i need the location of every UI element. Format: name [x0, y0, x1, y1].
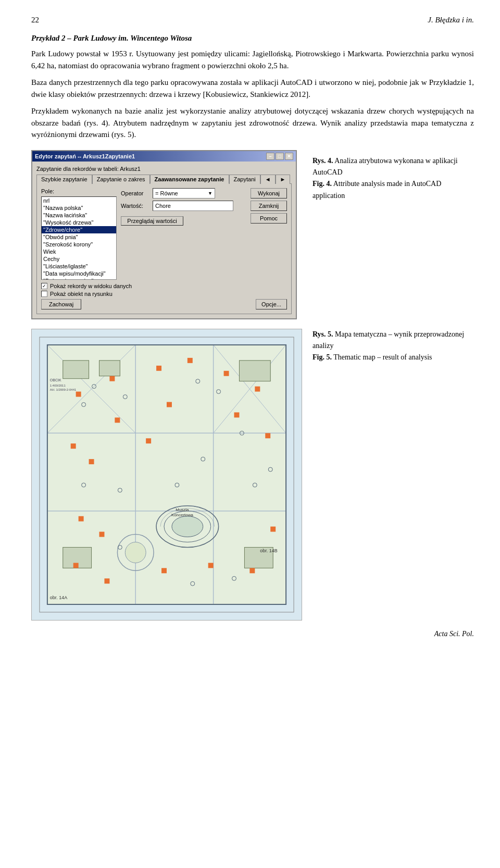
- svg-rect-20: [76, 391, 81, 396]
- svg-rect-30: [167, 402, 172, 407]
- svg-rect-39: [249, 568, 255, 573]
- svg-rect-14: [99, 360, 120, 376]
- help-button[interactable]: Pomoc: [251, 213, 287, 224]
- tab-range[interactable]: Zapytanie o zakres: [92, 175, 150, 184]
- tab-prev[interactable]: ◄: [260, 175, 276, 184]
- dialog-body: Zapytanie dla rekordów w tabeli: Arkusz1…: [32, 162, 296, 318]
- dialog-titlebar: Edytor zapytań -- Arkusz1Zapytanie1 – □ …: [32, 151, 296, 162]
- field-item-obwod[interactable]: "Obwód pnia": [42, 233, 116, 241]
- tab-next[interactable]: ►: [276, 175, 291, 184]
- checkbox-show-records[interactable]: ✓ Pokaż rekordy w widoku danych: [41, 283, 287, 289]
- options-button[interactable]: Opcje...: [256, 299, 287, 309]
- checkbox-icon[interactable]: ✓: [41, 283, 47, 289]
- maximize-button[interactable]: □: [276, 153, 284, 160]
- svg-rect-33: [79, 516, 84, 521]
- svg-rect-13: [63, 360, 89, 378]
- svg-rect-31: [234, 412, 240, 417]
- page-header: 22 J. Błędzka i in.: [31, 16, 474, 24]
- field-item-wiek[interactable]: Wiek: [42, 248, 116, 255]
- journal-name: Acta Sci. Pol.: [434, 630, 474, 638]
- svg-rect-34: [99, 531, 105, 537]
- fig5-label: Fig. 5.: [312, 353, 332, 361]
- value-label: Wartość:: [121, 203, 149, 209]
- rys5-text: Mapa tematyczna – wynik przeprowadzonej …: [312, 330, 464, 350]
- field-item-dokonujacy[interactable]: "Dokonujący wpisu": [42, 277, 116, 280]
- page-number: 22: [31, 16, 39, 24]
- svg-text:Muszla: Muszla: [176, 507, 189, 512]
- tab-quick[interactable]: Szybkie zapytanie: [36, 175, 92, 184]
- tab-advanced[interactable]: Zaawansowane zapytanie: [150, 175, 229, 184]
- checkbox-show-object[interactable]: Pokaż obiekt na rysunku: [41, 291, 287, 297]
- minimize-button[interactable]: –: [266, 153, 274, 160]
- fig4-label: Fig. 4.: [312, 180, 332, 188]
- field-item-cechy[interactable]: Cechy: [42, 255, 116, 263]
- action-buttons: Wykonaj Zamknij Pomoc: [251, 188, 287, 280]
- svg-rect-28: [115, 417, 120, 423]
- operator-combo[interactable]: = Równe ▼: [153, 188, 215, 199]
- svg-text:AH. 1/2009-2-0441: AH. 1/2009-2-0441: [50, 388, 77, 391]
- svg-rect-26: [71, 443, 76, 449]
- dialog-title: Edytor zapytań -- Arkusz1Zapytanie1: [35, 153, 135, 159]
- caption-fig4-block: Rys. 4. Analiza atrybutowa wykonana w ap…: [312, 155, 474, 202]
- field-item-data[interactable]: "Data wpisu/modyfikacji": [42, 270, 116, 277]
- field-listbox[interactable]: nrl "Nazwa polska" "Nazwa łacińska" "Wys…: [41, 196, 117, 280]
- figure5-section: obr. 14A obr. 14B OBCIK 1:400/2011 AH. 1…: [31, 329, 474, 621]
- field-item-nazwa-polska[interactable]: "Nazwa polska": [42, 204, 116, 212]
- close-button[interactable]: ✕: [285, 153, 293, 160]
- svg-text:OBCIK: OBCIK: [50, 378, 61, 381]
- svg-rect-21: [109, 376, 115, 381]
- svg-rect-40: [270, 526, 276, 531]
- close-dialog-button[interactable]: Zamknij: [251, 201, 287, 211]
- svg-rect-23: [188, 357, 193, 363]
- operator-row: Operator = Równe ▼: [121, 188, 242, 199]
- query-editor-dialog: Edytor zapytań -- Arkusz1Zapytanie1 – □ …: [31, 150, 297, 319]
- fig4-text: Attribute analysis made in AutoCAD appli…: [312, 180, 441, 199]
- map-svg: obr. 14A obr. 14B OBCIK 1:400/2011 AH. 1…: [32, 329, 302, 620]
- dialog-bottom-row: Zachowaj Opcje...: [41, 299, 287, 309]
- paragraph-2: Baza danych przestrzennych dla tego park…: [31, 77, 474, 100]
- paragraph-1: Park Ludowy powstał w 1953 r. Usytuowany…: [31, 48, 474, 71]
- tab-saved[interactable]: Zapytani: [229, 175, 260, 184]
- svg-rect-24: [224, 370, 229, 376]
- rys5-label: Rys. 5.: [312, 330, 333, 338]
- operator-value-section: Operator = Równe ▼ Wartość:: [121, 188, 242, 280]
- checkbox-empty-icon[interactable]: [41, 291, 47, 297]
- field-item-nrl[interactable]: nrl: [42, 197, 116, 204]
- figure4-section: Edytor zapytań -- Arkusz1Zapytanie1 – □ …: [31, 150, 474, 319]
- field-item-nazwa-lacinska[interactable]: "Nazwa łacińska": [42, 212, 116, 219]
- combo-arrow-icon: ▼: [208, 191, 213, 196]
- field-item-lisciaste[interactable]: "Liściaste/iglaste": [42, 263, 116, 270]
- caption-fig5-block: Rys. 5. Mapa tematyczna – wynik przeprow…: [312, 329, 474, 364]
- field-label: Pole:: [41, 188, 117, 194]
- svg-text:obr. 14A: obr. 14A: [50, 595, 67, 600]
- operator-label: Operator: [121, 190, 149, 196]
- field-item-zdrowe-chore[interactable]: "Zdrowe/chore": [42, 226, 116, 233]
- checkbox-show-records-label: Pokaż rekordy w widoku danych: [50, 283, 132, 289]
- svg-text:1:400/2011: 1:400/2011: [50, 383, 66, 387]
- execute-button[interactable]: Wykonaj: [251, 188, 287, 199]
- tab-row: Szybkie zapytanie Zapytanie o zakres Zaa…: [36, 174, 292, 184]
- paragraph-3: Przykładem wykonanych na bazie analiz je…: [31, 105, 474, 141]
- browse-values-button[interactable]: Przeglądaj wartości: [121, 216, 183, 226]
- svg-rect-37: [161, 568, 167, 573]
- titlebar-buttons: – □ ✕: [266, 153, 293, 160]
- value-input[interactable]: [153, 201, 233, 211]
- journal-footer: Acta Sci. Pol.: [31, 630, 474, 638]
- field-item-szerokosc[interactable]: "Szerokość korony": [42, 241, 116, 248]
- svg-rect-32: [265, 433, 270, 438]
- svg-rect-38: [208, 563, 214, 568]
- map-image: obr. 14A obr. 14B OBCIK 1:400/2011 AH. 1…: [31, 329, 302, 621]
- svg-text:Koncertowa: Koncertowa: [171, 512, 194, 517]
- svg-point-12: [172, 516, 203, 537]
- tab-content: Pole: nrl "Nazwa polska" "Nazwa łacińska…: [36, 183, 292, 314]
- svg-rect-16: [239, 360, 270, 381]
- field-item-wysokosc[interactable]: "Wysokość drzewa": [42, 219, 116, 226]
- query-label: Zapytanie dla rekordów w tabeli: Arkusz1: [36, 166, 292, 172]
- rys4-text: Analiza atrybutowa wykonana w aplikacji …: [312, 157, 458, 176]
- svg-point-19: [125, 542, 146, 563]
- figure4-caption: Rys. 4. Analiza atrybutowa wykonana w ap…: [312, 150, 474, 202]
- save-button[interactable]: Zachowaj: [41, 299, 81, 309]
- dialog-container: Edytor zapytań -- Arkusz1Zapytanie1 – □ …: [31, 150, 302, 319]
- author: J. Błędzka i in.: [428, 16, 474, 24]
- svg-rect-27: [89, 459, 94, 464]
